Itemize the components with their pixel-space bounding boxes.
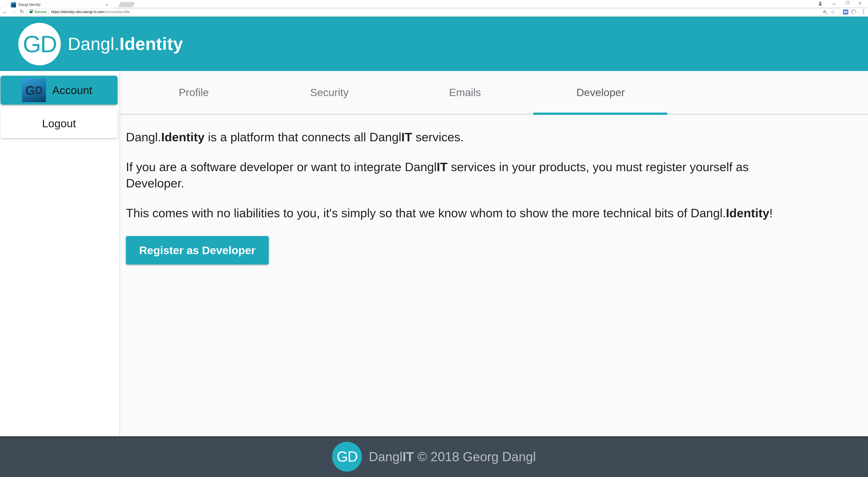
site-body: GD Account Logout ProfileSecurityEmailsD… [0,71,868,436]
page-zoom-icon[interactable] [823,10,826,13]
tab-security[interactable]: Security [261,71,397,114]
secure-lock-icon [30,11,32,13]
tab-close-icon[interactable]: × [105,2,108,7]
bookmark-star-icon[interactable]: ☆ [831,9,835,15]
paragraph: If you are a software developer or want … [126,159,840,191]
url-text: https://identity-dev.dangl-it.com/accoun… [51,10,130,14]
browser-toolbar: ← → ↻ Secure https://identity-dev.dangl-… [0,8,868,17]
tab-emails[interactable]: Emails [397,71,533,114]
register-as-developer-button[interactable]: Register as Developer [126,236,269,265]
sidebar: GD Account Logout [0,71,119,436]
window-minimize-icon[interactable] [832,4,836,4]
extension-tag-icon[interactable] [843,9,848,14]
address-bar[interactable]: Secure https://identity-dev.dangl-it.com… [26,9,840,16]
browser-window: GD Dangl.Identity × × ← → ↻ Secure https… [0,0,868,477]
profile-avatar-icon[interactable] [818,2,822,6]
forward-icon[interactable]: → [11,8,17,15]
extension-swirl-icon[interactable] [851,9,856,14]
browser-tab-bar: GD Dangl.Identity × × [0,0,868,8]
tab-favicon-icon: GD [11,2,16,7]
window-restore-icon[interactable] [846,2,848,4]
url-divider [49,10,49,14]
account-label: Account [52,84,92,96]
site-footer: GD DanglIT © 2018 Georg Dangl [0,436,868,477]
paragraph: Dangl.Identity is a platform that connec… [126,129,840,145]
back-icon[interactable]: ← [2,8,8,15]
url-host: https://identity-dev.dangl-it.com [51,10,104,14]
paragraph: This comes with no liabilities to you, i… [126,205,840,221]
main-content: ProfileSecurityEmailsDeveloper Dangl.Ide… [119,71,868,436]
site-logo-icon: GD [18,23,61,65]
tab-row: ProfileSecurityEmailsDeveloper [126,71,669,114]
refresh-icon[interactable]: ↻ [20,8,24,14]
sidebar-item-account[interactable]: GD Account [0,76,118,105]
footer-logo-icon: GD [332,442,362,472]
page-title: Dangl.Identity [68,34,183,54]
new-tab-button[interactable] [118,2,135,7]
account-gd-icon: GD [22,78,46,102]
sidebar-item-logout[interactable]: Logout [0,109,118,138]
secure-label: Secure [34,10,46,14]
browser-tab[interactable]: GD Dangl.Identity × [2,1,115,8]
browser-menu-icon[interactable]: ⋮ [861,8,866,14]
paragraphs: Dangl.Identity is a platform that connec… [126,129,840,221]
footer-copyright: DanglIT © 2018 Georg Dangl [369,449,536,464]
tab-developer[interactable]: Developer [533,71,669,114]
url-path: /account/profile [104,10,130,14]
logout-label: Logout [42,117,76,130]
tab-title: Dangl.Identity [19,3,41,7]
site-header: GD Dangl.Identity [0,17,868,71]
window-close-icon[interactable]: × [859,0,862,6]
tab-profile[interactable]: Profile [126,71,261,114]
tab-bar: ProfileSecurityEmailsDeveloper [119,71,868,115]
